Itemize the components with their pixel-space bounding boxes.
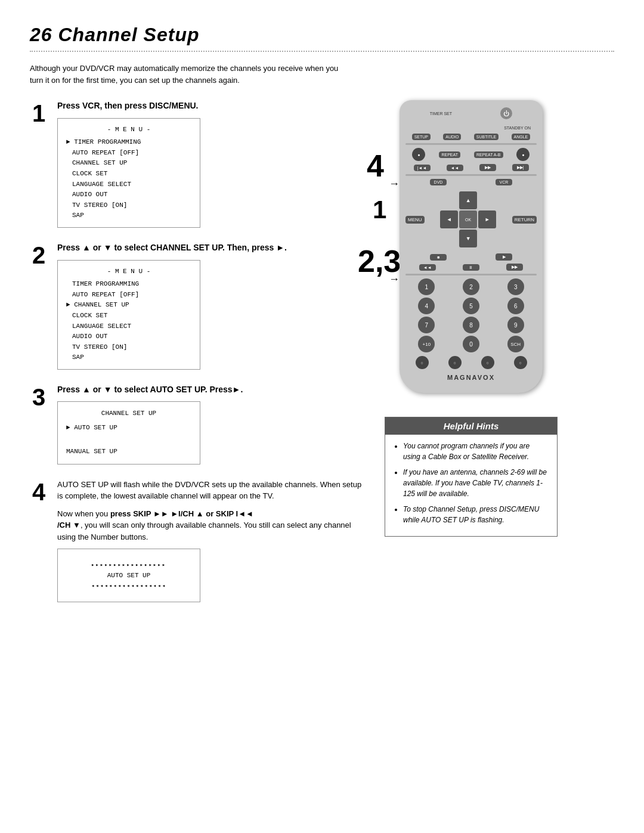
num-6[interactable]: 6 [507,298,524,314]
num-3[interactable]: 3 [507,278,524,295]
num-0[interactable]: 0 [463,336,479,352]
step-4-text2: Now when you press SKIP ►► ►I/CH ▲ or SK… [57,508,364,543]
remote-row-transport: ■ ▶ [405,253,537,261]
divider-3 [405,274,537,275]
step2-menu-item-1: AUTO REPEAT [OFF] [66,290,191,301]
numpad: 1 2 3 4 5 6 7 8 9 +10 0 SCH [405,278,537,352]
step-1-menu-box: - M E N U - ► TIMER PROGRAMMING AUTO REP… [57,118,200,228]
menu-button[interactable]: MENU [405,216,425,224]
remote-row-mode: DVD VCR [405,179,537,185]
num-1[interactable]: 1 [418,278,435,295]
dpad-empty-tl [440,191,458,209]
stop-button[interactable]: ■ [430,254,447,261]
rew-button[interactable]: ◄◄ [419,264,436,271]
num-2[interactable]: 2 [463,278,479,295]
ff-button[interactable]: ▶▶ [506,264,523,271]
autosetup-label: AUTO SET UP [107,572,151,579]
pause-button[interactable]: ⏸ [463,264,479,271]
dpad-empty-bl [440,230,458,247]
remote-area: 4 1 2,3 → → TIMER SET ⏻ STANDBY ON SETUP… [400,100,543,393]
step2-menu-item-0: TIMER PROGRAMMING [66,279,191,290]
remote-row-skip: |◄◄ ◄◄ ▶▶ ▶▶| [405,164,537,171]
dpad-right[interactable]: ► [478,210,496,228]
step2-menu-item-4: LANGUAGE SELECT [66,321,191,332]
remote-body: TIMER SET ⏻ STANDBY ON SETUP AUDIO SUBTI… [400,100,543,393]
round-btn-1[interactable]: ● [412,148,425,161]
step-3-submenu-box: CHANNEL SET UP ► AUTO SET UP MANUAL SET … [57,401,200,464]
num-5[interactable]: 5 [463,298,479,314]
step2-menu-item-5: AUDIO OUT [66,332,191,342]
dpad-up[interactable]: ▲ [459,191,477,209]
skip-fwd2-button[interactable]: ▶▶ [479,164,496,171]
step-2-number: 2 [30,243,48,267]
hint-item-2: To stop Channel Setup, press DISC/MENU w… [403,504,549,525]
divider-2 [405,174,537,176]
audio-button[interactable]: AUDIO [443,134,461,140]
repeat-ab-button[interactable]: REPEAT A-B [474,151,503,158]
submenu-item-0: ► AUTO SET UP [66,422,191,434]
skip-fwd3-button[interactable]: ▶▶| [512,164,529,171]
num-plus10[interactable]: +10 [418,336,435,352]
num-7[interactable]: 7 [418,317,435,333]
play-button[interactable]: ▶ [496,253,512,261]
dpad-empty-br [478,230,496,247]
arrow-indicator-2: → [389,273,400,286]
menu-item-4: LANGUAGE SELECT [66,179,191,190]
skip-fwd-button[interactable]: ◄◄ [447,165,463,171]
dpad-left[interactable]: ◄ [440,210,458,228]
step-2-instruction: Press ▲ or ▼ to select CHANNEL SET UP. T… [57,242,364,254]
dpad-ok[interactable]: OK [459,210,477,228]
section-divider [30,51,614,52]
step-4-text1: AUTO SET UP will flash while the DVD/VCR… [57,479,364,502]
remote-row-transport2: ◄◄ ⏸ ▶▶ [405,264,537,271]
dpad-down[interactable]: ▼ [459,230,477,247]
bottom-btn-2[interactable]: ○ [448,356,462,369]
step-4-content: AUTO SET UP will flash while the DVD/VCR… [57,479,364,603]
remote-step-label-1: 1 [373,196,386,224]
menu-item-1: AUTO REPEAT [OFF] [66,148,191,159]
autosetup-dots-bottom: ◂◂◂◂◂◂◂◂◂◂◂◂◂◂◂◂◂ [91,583,166,589]
right-column: 4 1 2,3 → → TIMER SET ⏻ STANDBY ON SETUP… [376,100,566,617]
step-4-number: 4 [30,480,48,504]
setup-button[interactable]: SETUP [412,134,431,140]
step-1-instruction: Press VCR, then press DISC/MENU. [57,100,364,112]
return-button[interactable]: RETURN [512,216,537,224]
angle-button[interactable]: ANGLE [512,134,531,140]
step-1-number: 1 [30,101,48,125]
main-layout: 1 Press VCR, then press DISC/MENU. - M E… [30,100,614,617]
repeat-button[interactable]: REPEAT [439,151,460,158]
arrow-indicator-1: → [389,178,400,190]
dpad-empty-tr [478,191,496,209]
num-8[interactable]: 8 [463,317,479,333]
vcr-button[interactable]: VCR [496,179,512,185]
bottom-btn-4[interactable]: ○ [514,356,527,369]
remote-row-repeat: ● REPEAT REPEAT A-B ● [405,148,537,161]
menu-item-0: ► TIMER PROGRAMMING [66,137,191,148]
menu-item-3: CLOCK SET [66,169,191,179]
step-1-menu-title: - M E N U - [66,125,191,135]
standby-button[interactable]: ⏻ [500,107,512,119]
num-4[interactable]: 4 [418,298,435,314]
bottom-btn-3[interactable]: ○ [481,356,494,369]
subtitle-button[interactable]: SUBTITLE [474,134,499,140]
skip-back-button[interactable]: |◄◄ [414,165,431,171]
remote-row-bottom: ○ ○ ○ ○ [405,356,537,369]
step-1-content: Press VCR, then press DISC/MENU. - M E N… [57,100,364,228]
bottom-btn-1[interactable]: ○ [416,356,429,369]
num-extra[interactable]: SCH [507,336,524,352]
step2-menu-item-2: ► CHANNEL SET UP [66,300,191,311]
round-btn-2[interactable]: ● [516,148,530,161]
standby-label: STANDBY ON [504,126,531,130]
num-9[interactable]: 9 [507,317,524,333]
step-3-instruction: Press ▲ or ▼ to select AUTO SET UP. Pres… [57,384,364,396]
step-4-row: 4 AUTO SET UP will flash while the DVD/V… [30,479,364,603]
step-2-row: 2 Press ▲ or ▼ to select CHANNEL SET UP.… [30,242,364,370]
autosetup-dots-top: ▸▸▸▸▸▸▸▸▸▸▸▸▸▸▸▸▸ [91,562,166,568]
dpad: ▲ ◄ OK ► ▼ [440,191,496,247]
divider-1 [405,143,537,145]
hints-content: You cannot program channels if you are u… [385,435,557,536]
left-column: 1 Press VCR, then press DISC/MENU. - M E… [30,100,364,617]
dvd-button[interactable]: DVD [430,179,447,185]
dpad-area: MENU ▲ ◄ OK ► ▼ RETURN [405,189,537,250]
menu-item-7: SAP [66,210,191,221]
